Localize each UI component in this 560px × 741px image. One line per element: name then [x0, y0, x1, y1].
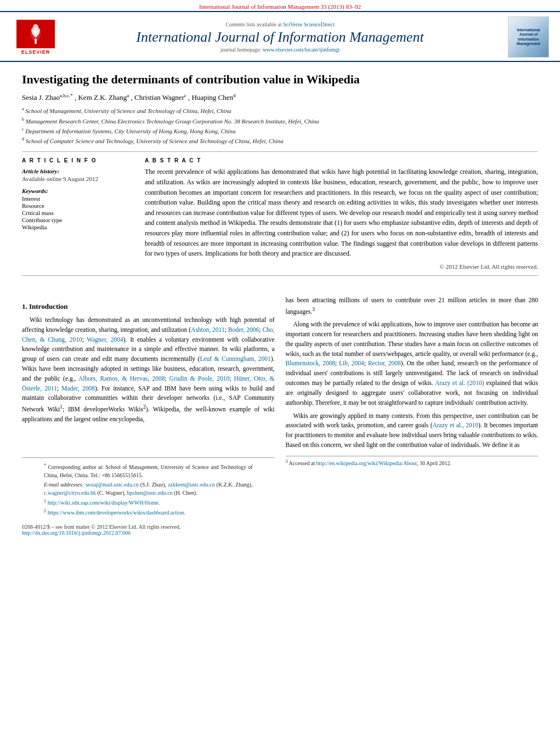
intro-para1: Wiki technology has demonstrated as an u… [22, 315, 275, 425]
elsevier-text: ELSEVIER [21, 49, 50, 55]
journal-logo-right: International Journal of Information Man… [500, 16, 549, 58]
author4-name: , Huaping Chen [188, 93, 233, 101]
footnote-1: 1 http://wiki.sdn.sap.com/wiki/display/W… [44, 498, 253, 507]
article-history-label: Article history: [22, 168, 132, 174]
author2-name: , Kem Z.K. Zhang [75, 93, 127, 101]
right-para3: Wikis are growingly applied in many cont… [286, 411, 539, 450]
footnote-2: 2 https://www.ibm.com/developerworks/wik… [44, 508, 253, 517]
ref-albors[interactable]: Albors, Ramos, & Hervas, 2008 [78, 375, 165, 382]
sciverse-line: Contents lists available at SciVerse Sci… [66, 21, 494, 27]
left-column: 1. Introduction Wiki technology has demo… [22, 296, 275, 518]
svg-point-2 [33, 24, 38, 30]
page: International Journal of Information Man… [0, 0, 560, 538]
footnote2-link[interactable]: https://www.ibm.com/developerworks/wikis… [48, 510, 185, 516]
top-bar: International Journal of Information Man… [0, 0, 560, 11]
footnote-email: E-mail addresses: sesiaj@mail.ustc.edu.c… [44, 480, 253, 497]
right-footnote-area: 3 Accessed at http://en.wikipedia.org/wi… [286, 456, 539, 468]
affiliation-c: c Department of Information Systems, Cit… [22, 126, 538, 136]
journal-logo-image: International Journal of Information Man… [508, 16, 549, 58]
ref-arazy2010[interactable]: Arazy et al. (2010) [435, 380, 484, 386]
main-content: 1. Introduction Wiki technology has demo… [0, 296, 560, 518]
ref-arazy2010b[interactable]: Arazy et al., 2010 [432, 422, 478, 428]
author1-sup: a,b,c,* [60, 93, 73, 98]
footnotes-left: * Corresponding author at: School of Man… [22, 457, 275, 517]
abstract-section: A B S T R A C T The recent prevalence of… [145, 157, 538, 269]
author1-name: Sesia J. Zhao [22, 93, 60, 101]
ref-lih[interactable]: Lih, 2004 [339, 360, 364, 366]
keywords-list: Interest Resource Critical mass Contribu… [22, 195, 132, 230]
divider-after-affiliations [22, 151, 538, 152]
email-wagner[interactable]: c.wagner@cityu.edu.hk [44, 490, 96, 496]
section1-heading: 1. Introduction [22, 301, 275, 312]
ref-rector[interactable]: Rector, 2008 [368, 360, 401, 366]
article-title: Investigating the determinants of contri… [22, 72, 538, 88]
footnote1-link[interactable]: http://wiki.sdn.sap.com/wiki/display/WWH… [48, 500, 160, 506]
copyright-line: © 2012 Elsevier Ltd. All rights reserved… [145, 263, 538, 270]
affiliation-d: d School of Computer Science and Technol… [22, 136, 538, 146]
homepage-link[interactable]: www.elsevier.com/locate/ijinfomgt [263, 47, 340, 53]
page-footer: 0268-4012/$ – see front matter © 2012 El… [0, 522, 560, 538]
journal-center: Contents lists available at SciVerse Sci… [66, 21, 494, 53]
right-para1: has been attracting millions of users to… [286, 296, 539, 316]
ref-wagner[interactable]: Wagner, 2004 [87, 336, 123, 343]
email-sesia[interactable]: sesiaj@mail.ustc.edu.cn [86, 482, 139, 488]
footer-doi: http://dx.doi.org/10.1016/j.ijinfomgt.20… [22, 530, 538, 536]
keyword-5: Wikipedia [22, 224, 132, 230]
authors-line: Sesia J. Zhaoa,b,c,* , Kem Z.K. Zhanga ,… [22, 92, 538, 103]
ref-mader[interactable]: Mader, 2008 [61, 385, 95, 392]
ref-blumenstock[interactable]: Blumenstock, 2008 [286, 360, 335, 366]
footnote-corresponding: * Corresponding author at: School of Man… [44, 462, 253, 479]
keyword-1: Interest [22, 195, 132, 202]
elsevier-tree-icon [26, 23, 46, 45]
available-online: Available online 9 August 2012 [22, 176, 132, 182]
ref-leuf[interactable]: Leuf & Cunningham, 2001 [200, 355, 270, 362]
keyword-2: Resource [22, 202, 132, 209]
journal-header: ELSEVIER Contents lists available at Sci… [0, 11, 560, 62]
article-info-abstract-section: A R T I C L E I N F O Article history: A… [22, 157, 538, 269]
affiliations: a School of Management, University of Sc… [22, 106, 538, 146]
elsevier-logo: ELSEVIER [11, 20, 60, 55]
right-column: has been attracting millions of users to… [286, 296, 539, 518]
author2-sup: a [127, 93, 129, 98]
ref-ashton[interactable]: Ashton, 2011 [191, 326, 225, 333]
elsevier-logo-box [16, 20, 55, 48]
article-body: Investigating the determinants of contri… [0, 62, 560, 291]
doi-link[interactable]: http://dx.doi.org/10.1016/j.ijinfomgt.20… [22, 530, 131, 536]
affiliation-b: b Management Research Center, China Elec… [22, 116, 538, 126]
sciverse-link[interactable]: SciVerse ScienceDirect [283, 21, 335, 27]
ref-grudin[interactable]: Grudin & Poole, 2010 [169, 375, 229, 382]
journal-title: International Journal of Information Man… [66, 29, 494, 46]
right-para2: Along with the prevalence of wiki applic… [286, 320, 539, 408]
footnote3-link[interactable]: http://en.wikipedia.org/wiki/Wikipedia:A… [316, 460, 417, 466]
author3-name: , Christian Wagner [131, 93, 184, 101]
keywords-label: Keywords: [22, 188, 132, 194]
footnote-3: 3 Accessed at http://en.wikipedia.org/wi… [286, 460, 451, 466]
email-hpchen[interactable]: hpchen@ustc.edu.cn [127, 490, 173, 496]
journal-citation: International Journal of Information Man… [199, 3, 361, 10]
affiliation-a: a School of Management, University of Sc… [22, 106, 538, 116]
section1-number: 1. [22, 302, 27, 310]
section1-title: Introduction [29, 302, 68, 310]
divider-after-abstract [22, 275, 538, 276]
keyword-3: Critical mass [22, 210, 132, 216]
footer-issn: 0268-4012/$ – see front matter © 2012 El… [22, 524, 538, 530]
keyword-4: Contributor type [22, 217, 132, 223]
article-info-label: A R T I C L E I N F O [22, 157, 132, 163]
author4-sup: d [233, 93, 236, 98]
homepage-line: journal homepage: www.elsevier.com/locat… [66, 47, 494, 53]
article-info-panel: A R T I C L E I N F O Article history: A… [22, 157, 132, 269]
abstract-label: A B S T R A C T [145, 157, 538, 163]
abstract-text: The recent prevalence of wiki applicatio… [145, 167, 538, 258]
email-kzk[interactable]: zzkkem@ustc.edu.cn [168, 482, 214, 488]
ref-boder[interactable]: Boder, 2006 [228, 326, 259, 333]
author3-sup: c [184, 93, 186, 98]
